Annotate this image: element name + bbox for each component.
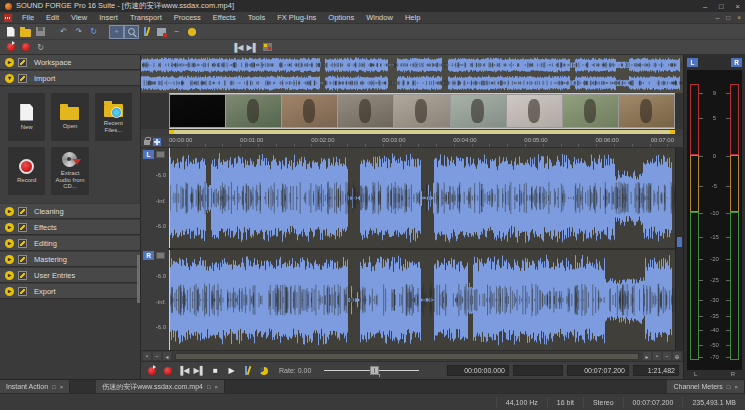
chevron-right-icon[interactable]: ▸ bbox=[5, 223, 14, 232]
pencil-tool-button[interactable] bbox=[140, 26, 153, 38]
tab-channel-meters[interactable]: Channel Meters □ × bbox=[667, 380, 745, 393]
tab-restore-icon[interactable]: □ bbox=[52, 384, 56, 390]
right-channel-badge[interactable]: R bbox=[143, 251, 154, 260]
video-thumbnail-9[interactable] bbox=[619, 95, 674, 127]
vertical-scrollbar-thumb[interactable] bbox=[677, 237, 682, 247]
document-icon[interactable] bbox=[4, 14, 12, 22]
menu-item-transport[interactable]: Transport bbox=[124, 13, 168, 22]
meter-left-badge[interactable]: L bbox=[687, 58, 698, 67]
left-channel-badge[interactable]: L bbox=[143, 150, 154, 159]
hscroll-left-button-1[interactable]: • bbox=[143, 352, 151, 360]
hscroll-left-button-2[interactable]: − bbox=[153, 352, 161, 360]
child-close-button[interactable]: × bbox=[737, 14, 741, 21]
tab-document[interactable]: 伤速的安详www.ssdax.com.mp4 □ × bbox=[96, 380, 225, 393]
paint-tool-button[interactable] bbox=[185, 26, 198, 38]
tab-restore-icon[interactable]: □ bbox=[727, 384, 731, 390]
hscroll-thumb[interactable] bbox=[176, 354, 638, 359]
record-button[interactable] bbox=[161, 364, 174, 377]
main-waveform-left[interactable] bbox=[169, 148, 675, 248]
hscroll-left-button-3[interactable]: ◂ bbox=[163, 352, 171, 360]
sidebar-section-effects[interactable]: ▸Effects bbox=[0, 220, 140, 235]
import-tile-extract-audio-from-cd[interactable]: Extract Audio from CD... bbox=[51, 147, 88, 195]
tab-close-icon[interactable]: × bbox=[60, 384, 64, 390]
time-ruler[interactable]: 00:00:0000:01:0000:02:0000:03:0000:04:00… bbox=[169, 136, 675, 147]
overview-strip[interactable] bbox=[141, 55, 683, 93]
go-to-start-button[interactable]: ▐◀ bbox=[177, 364, 190, 377]
import-tile-open[interactable]: Open bbox=[51, 93, 88, 141]
magnify-tool-button[interactable] bbox=[125, 26, 138, 38]
rate-slider[interactable] bbox=[324, 370, 419, 371]
meter-right-badge[interactable]: R bbox=[731, 58, 742, 67]
go-to-start-button[interactable]: ▐◀ bbox=[231, 41, 244, 53]
sidebar-section-import[interactable]: ▾Import bbox=[0, 71, 140, 86]
import-tile-new[interactable]: New bbox=[8, 93, 45, 141]
marker-bar-button[interactable] bbox=[261, 41, 274, 53]
record-remote-button[interactable] bbox=[4, 41, 17, 53]
chevron-right-icon[interactable]: ▸ bbox=[5, 239, 14, 248]
tab-close-icon[interactable]: × bbox=[215, 384, 219, 390]
repeat-button[interactable]: ↻ bbox=[87, 26, 100, 38]
tab-restore-icon[interactable]: □ bbox=[207, 384, 211, 390]
right-channel-minimize-button[interactable] bbox=[156, 252, 165, 259]
sidebar-section-editing[interactable]: ▸Editing bbox=[0, 236, 140, 251]
loop-playback-button[interactable]: ↻ bbox=[34, 41, 47, 53]
chevron-right-icon[interactable]: ▸ bbox=[5, 58, 14, 67]
hscroll-zoom-button-3[interactable]: − bbox=[663, 352, 671, 360]
video-thumbnail-4[interactable] bbox=[338, 95, 393, 127]
menu-item-options[interactable]: Options bbox=[322, 13, 360, 22]
go-to-end-button[interactable]: ▶▌ bbox=[193, 364, 206, 377]
horizontal-scrollbar[interactable]: •−◂▸•−⊕ bbox=[141, 350, 683, 361]
minimize-button[interactable]: – bbox=[703, 2, 707, 11]
video-thumbnail-6[interactable] bbox=[451, 95, 506, 127]
main-waveform-right[interactable] bbox=[169, 250, 675, 350]
stop-button[interactable]: ■ bbox=[209, 364, 222, 377]
video-thumbnail-7[interactable] bbox=[507, 95, 562, 127]
chevron-down-icon[interactable]: ▾ bbox=[5, 74, 14, 83]
hscroll-track[interactable] bbox=[175, 353, 639, 360]
menu-item-tools[interactable]: Tools bbox=[242, 13, 272, 22]
hscroll-zoom-button-4[interactable]: ⊕ bbox=[673, 352, 681, 360]
chevron-right-icon[interactable]: ▸ bbox=[5, 287, 14, 296]
record-remote-button[interactable] bbox=[145, 364, 158, 377]
edit-tool-button[interactable]: + bbox=[110, 26, 123, 38]
child-restore-button[interactable]: □ bbox=[726, 14, 730, 21]
sidebar-section-user-entries[interactable]: ▸User Entries bbox=[0, 268, 140, 283]
menu-item-edit[interactable]: Edit bbox=[40, 13, 65, 22]
save-button[interactable] bbox=[34, 26, 47, 38]
menu-item-insert[interactable]: Insert bbox=[93, 13, 124, 22]
open-button[interactable] bbox=[19, 26, 32, 38]
sidebar-section-export[interactable]: ▸Export bbox=[0, 284, 140, 299]
redo-button[interactable]: ↷ bbox=[72, 26, 85, 38]
vertical-scrollbar[interactable] bbox=[675, 148, 683, 350]
chevron-right-icon[interactable]: ▸ bbox=[5, 271, 14, 280]
loop-region-bar[interactable] bbox=[141, 129, 683, 136]
record-button[interactable] bbox=[19, 41, 32, 53]
child-minimize-button[interactable]: – bbox=[716, 14, 720, 21]
import-tile-recent-files[interactable]: Recent Files... bbox=[95, 93, 132, 141]
lock-icon[interactable] bbox=[144, 140, 150, 145]
video-thumbnail-8[interactable] bbox=[563, 95, 618, 127]
menu-item-window[interactable]: Window bbox=[360, 13, 399, 22]
go-to-end-button[interactable]: ▶▌ bbox=[246, 41, 259, 53]
tab-close-icon[interactable]: × bbox=[734, 384, 738, 390]
hscroll-zoom-button-2[interactable]: • bbox=[653, 352, 661, 360]
close-button[interactable]: × bbox=[736, 2, 740, 11]
scrub-button[interactable] bbox=[257, 364, 270, 377]
import-tile-record[interactable]: Record bbox=[8, 147, 45, 195]
menu-item-view[interactable]: View bbox=[65, 13, 93, 22]
video-thumbnail-2[interactable] bbox=[226, 95, 281, 127]
video-thumbnail-5[interactable] bbox=[394, 95, 449, 127]
menu-item-process[interactable]: Process bbox=[168, 13, 207, 22]
pencil-edit-button[interactable] bbox=[241, 364, 254, 377]
envelope-tool-button[interactable]: ~ bbox=[170, 26, 183, 38]
menu-item-effects[interactable]: Effects bbox=[207, 13, 242, 22]
sidebar-section-mastering[interactable]: ▸Mastering bbox=[0, 252, 140, 267]
rate-slider-thumb[interactable] bbox=[370, 366, 379, 375]
menu-item-help[interactable]: Help bbox=[399, 13, 426, 22]
video-thumbnail-1[interactable] bbox=[170, 95, 225, 127]
undo-button[interactable]: ↶ bbox=[57, 26, 70, 38]
chevron-right-icon[interactable]: ▸ bbox=[5, 255, 14, 264]
sidebar-section-cleaning[interactable]: ▸Cleaning bbox=[0, 204, 140, 219]
pan-tool-icon[interactable] bbox=[153, 138, 161, 146]
new-file-button[interactable] bbox=[4, 26, 17, 38]
